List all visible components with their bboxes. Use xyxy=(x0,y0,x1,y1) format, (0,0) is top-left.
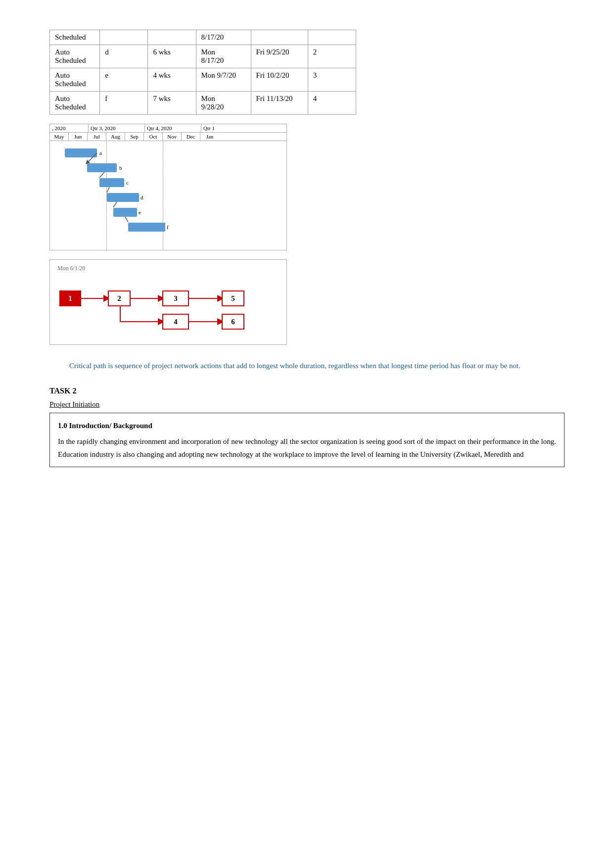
intro-box-title: 1.0 Introduction/ Background xyxy=(58,419,556,432)
gantt-chart: , 2020 Qtr 3, 2020 Qtr 4, 2020 Qtr 1 May… xyxy=(49,124,287,250)
svg-line-11 xyxy=(113,202,117,207)
svg-text:f: f xyxy=(167,224,169,230)
cell-start-2: Mon8/17/20 xyxy=(196,45,251,68)
svg-line-5 xyxy=(99,172,104,178)
gantt-month-oct: Oct xyxy=(144,133,163,141)
cell-num-4: 4 xyxy=(308,92,356,115)
svg-text:5: 5 xyxy=(231,294,235,302)
gantt-month-jul: Jul xyxy=(88,133,106,141)
svg-text:a: a xyxy=(99,150,102,156)
cell-duration-3: 4 wks xyxy=(148,68,196,92)
gantt-month-sep: Sep xyxy=(125,133,144,141)
table-row: Scheduled 8/17/20 xyxy=(50,30,356,45)
svg-text:4: 4 xyxy=(174,318,178,326)
cell-end-3: Fri 10/2/20 xyxy=(251,68,308,92)
intro-body-text: In the rapidly changing environment and … xyxy=(58,437,556,458)
cell-type-1: Scheduled xyxy=(50,30,100,45)
svg-text:6: 6 xyxy=(231,318,235,326)
table-row: AutoScheduled e 4 wks Mon 9/7/20 Fri 10/… xyxy=(50,68,356,92)
svg-text:c: c xyxy=(126,180,129,186)
task2-section: TASK 2 Project Initiation 1.0 Introducti… xyxy=(49,386,565,468)
svg-text:d: d xyxy=(141,194,143,200)
gantt-month-row: May Jun Jul Aug Sep Oct Nov Dec Jan xyxy=(50,133,286,141)
svg-rect-3 xyxy=(87,163,117,172)
gantt-month-aug: Aug xyxy=(106,133,125,141)
cell-end-4: Fri 11/13/20 xyxy=(251,92,308,115)
svg-rect-9 xyxy=(107,193,139,202)
cell-duration-2: 6 wks xyxy=(148,45,196,68)
gantt-qtr-4: Qtr 1 xyxy=(201,124,231,132)
gantt-qtr-3: Qtr 4, 2020 xyxy=(145,124,201,132)
cell-name-3: e xyxy=(100,68,148,92)
cell-type-3: AutoScheduled xyxy=(50,68,100,92)
page: Scheduled 8/17/20 AutoScheduled d 6 wks … xyxy=(0,0,614,868)
svg-line-8 xyxy=(107,187,109,193)
svg-rect-15 xyxy=(128,223,165,232)
gantt-qtr-2: Qtr 3, 2020 xyxy=(89,124,145,132)
svg-text:e: e xyxy=(139,209,141,215)
cell-name-1 xyxy=(100,30,148,45)
table-row: AutoScheduled f 7 wks Mon9/28/20 Fri 11/… xyxy=(50,92,356,115)
gantt-month-jun: Jun xyxy=(69,133,88,141)
table-row: AutoScheduled d 6 wks Mon8/17/20 Fri 9/2… xyxy=(50,45,356,68)
intro-box-body: In the rapidly changing environment and … xyxy=(58,435,556,461)
cell-type-2: AutoScheduled xyxy=(50,45,100,68)
gantt-body: a b c d e xyxy=(50,141,286,250)
cell-duration-1 xyxy=(148,30,196,45)
svg-text:b: b xyxy=(119,165,122,171)
svg-rect-6 xyxy=(99,178,124,187)
network-diagram: 1 2 3 4 5 6 xyxy=(55,276,278,336)
cell-end-1 xyxy=(251,30,308,45)
cell-start-1: 8/17/20 xyxy=(196,30,251,45)
gantt-qtr-1: , 2020 xyxy=(50,124,89,132)
cell-type-4: AutoScheduled xyxy=(50,92,100,115)
gantt-quarter-row: , 2020 Qtr 3, 2020 Qtr 4, 2020 Qtr 1 xyxy=(50,124,286,133)
project-initiation-label: Project Initiation xyxy=(49,400,565,409)
cell-num-1 xyxy=(308,30,356,45)
gantt-month-may: May xyxy=(50,133,69,141)
svg-text:1: 1 xyxy=(68,294,72,302)
cell-num-2: 2 xyxy=(308,45,356,68)
network-diagram-container: Mon 6/1/20 1 2 xyxy=(49,259,287,345)
gantt-month-nov: Nov xyxy=(163,133,182,141)
gantt-svg: a b c d e xyxy=(50,141,278,250)
task2-heading: TASK 2 xyxy=(49,386,565,395)
svg-rect-0 xyxy=(65,148,97,157)
cell-name-4: f xyxy=(100,92,148,115)
gantt-month-jan: Jan xyxy=(200,133,219,141)
cell-start-3: Mon 9/7/20 xyxy=(196,68,251,92)
svg-text:2: 2 xyxy=(117,294,121,302)
cell-end-2: Fri 9/25/20 xyxy=(251,45,308,68)
svg-text:3: 3 xyxy=(174,294,178,302)
gantt-month-dec: Dec xyxy=(182,133,200,141)
network-svg: 1 2 3 4 5 6 xyxy=(55,276,278,336)
cell-name-2: d xyxy=(100,45,148,68)
cell-duration-4: 7 wks xyxy=(148,92,196,115)
network-date: Mon 6/1/20 xyxy=(55,265,282,272)
svg-rect-12 xyxy=(113,208,137,217)
schedule-table: Scheduled 8/17/20 AutoScheduled d 6 wks … xyxy=(49,30,356,115)
critical-path-paragraph: Critical path is sequence of project net… xyxy=(49,360,565,373)
cell-num-3: 3 xyxy=(308,68,356,92)
svg-line-14 xyxy=(125,217,128,222)
cell-start-4: Mon9/28/20 xyxy=(196,92,251,115)
intro-box: 1.0 Introduction/ Background In the rapi… xyxy=(49,413,565,468)
